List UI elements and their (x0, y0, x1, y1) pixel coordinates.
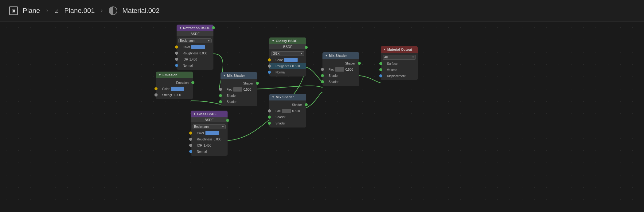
emission-out-socket[interactable] (191, 81, 194, 84)
node-emission-body: Emission Color Strengt 1.000 (156, 78, 193, 99)
displacement-socket[interactable] (379, 74, 382, 77)
node-refraction-bsdf-header: ▼ Refraction BSDF (177, 25, 213, 31)
node-row-ior: IOR 1.450 (177, 56, 213, 62)
shader2-socket[interactable] (321, 80, 324, 83)
collapse-icon[interactable]: ▼ (179, 26, 182, 29)
node-row-shader2: Shader (322, 79, 359, 85)
color-socket[interactable] (154, 87, 158, 90)
node-row-strength: Strengt 1.000 (156, 92, 193, 98)
material-name[interactable]: Material.002 (122, 7, 159, 15)
color-bar[interactable] (205, 131, 219, 135)
fac-bar[interactable] (335, 67, 344, 72)
node-mix-shader-3[interactable]: ▼ Mix Shader Shader Fac 0.500 Shader Sha… (269, 94, 306, 128)
shader-output-row: Shader (322, 60, 359, 66)
node-row-shader2: Shader (269, 120, 306, 126)
node-glossy-bsdf-header: ▼ Glossy BSDF (269, 37, 306, 44)
roughness-socket[interactable] (189, 138, 192, 141)
fac-socket[interactable] (268, 109, 271, 112)
shader1-socket[interactable] (219, 94, 222, 97)
node-emission-header: ▼ Emission (156, 72, 193, 78)
node-glossy-bsdf[interactable]: ▼ Glossy BSDF BSDF GGX ▼ Color Roughness… (269, 37, 306, 77)
node-glass-bsdf-header: ▼ Glass BSDF (191, 111, 228, 117)
ior-socket[interactable] (175, 58, 178, 61)
material-output-dropdown[interactable]: All ▼ (383, 55, 416, 60)
node-refraction-bsdf-title: Refraction BSDF (183, 26, 210, 30)
surface-socket[interactable] (379, 62, 382, 65)
strength-socket[interactable] (154, 93, 158, 96)
object-name[interactable]: Plane (23, 7, 40, 15)
shader2-socket[interactable] (219, 100, 222, 103)
node-emission[interactable]: ▼ Emission Emission Color Strengt 1.000 (156, 72, 193, 99)
shader-output-row: Shader (269, 102, 306, 108)
normal-socket[interactable] (189, 150, 192, 153)
collapse-icon[interactable]: ▼ (158, 73, 161, 77)
node-mix-shader-1[interactable]: ▼ Mix Shader Shader Fac 0.500 Shader Sha… (221, 72, 257, 106)
refraction-distribution-dropdown[interactable]: Beckmann ▼ (178, 38, 212, 43)
node-glass-bsdf-title: Glass BSDF (197, 112, 217, 116)
node-glass-bsdf[interactable]: ▼ Glass BSDF BSDF Beckmann ▼ Color Rough… (191, 111, 228, 156)
node-editor-canvas[interactable]: ▼ Refraction BSDF BSDF Beckmann ▼ Color … (0, 22, 644, 212)
node-row-shader2: Shader (221, 99, 257, 105)
color-socket[interactable] (175, 45, 178, 49)
collapse-icon[interactable]: ▼ (272, 39, 275, 42)
node-row-surface: Surface (381, 61, 418, 67)
node-mix-shader-1-header: ▼ Mix Shader (221, 72, 257, 79)
roughness-socket[interactable] (175, 52, 178, 55)
node-mix-shader-1-title: Mix Shader (227, 74, 245, 77)
collapse-icon[interactable]: ▼ (272, 96, 275, 99)
node-material-output-body: All ▼ Surface Volume Displacement (381, 53, 418, 80)
fac-socket[interactable] (219, 88, 222, 91)
color-bar[interactable] (171, 87, 184, 91)
node-glass-bsdf-body: Beckmann ▼ Color Roughness 0.000 IOR 1.4… (191, 122, 228, 156)
node-row-roughness: Roughness 0.000 (191, 136, 228, 142)
node-material-output-title: Material Output (387, 48, 412, 51)
node-material-output-header: ▼ Material Output (381, 46, 418, 53)
node-row-roughness: Roughness 0.000 (177, 50, 213, 56)
node-refraction-bsdf[interactable]: ▼ Refraction BSDF BSDF Beckmann ▼ Color … (177, 25, 213, 70)
collapse-icon[interactable]: ▼ (325, 54, 328, 57)
node-mix-shader-3-header: ▼ Mix Shader (269, 94, 306, 100)
node-row-normal: Normal (269, 69, 306, 75)
fac-bar[interactable] (233, 87, 242, 92)
shader2-socket[interactable] (268, 122, 271, 125)
object-icon[interactable]: ▣ (9, 6, 18, 15)
collapse-icon[interactable]: ▼ (223, 74, 226, 77)
node-row-normal: Normal (177, 62, 213, 69)
node-row-fac: Fac 0.500 (269, 108, 306, 114)
node-mix-shader-3-body: Shader Fac 0.500 Shader Shader (269, 100, 306, 128)
shader1-socket[interactable] (321, 74, 324, 77)
ior-socket[interactable] (189, 144, 192, 147)
breadcrumb-sep-2: › (101, 7, 103, 14)
node-row-color: Color (191, 130, 228, 136)
volume-socket[interactable] (379, 68, 382, 71)
color-bar[interactable] (284, 58, 298, 62)
normal-socket[interactable] (268, 71, 271, 74)
normal-socket[interactable] (175, 64, 178, 67)
shader1-socket[interactable] (268, 116, 271, 119)
node-mix-shader-2[interactable]: ▼ Mix Shader Shader Fac 0.500 Shader Sha… (322, 52, 359, 86)
material-icon (109, 6, 117, 15)
fac-socket[interactable] (321, 68, 324, 71)
node-row-shader1: Shader (221, 92, 257, 99)
color-socket[interactable] (268, 58, 271, 61)
mesh-name[interactable]: Plane.001 (64, 7, 95, 15)
collapse-icon[interactable]: ▼ (193, 112, 196, 116)
node-row-volume: Volume (381, 67, 418, 73)
shader-out-socket[interactable] (305, 103, 308, 106)
shader-output-row: Shader (221, 80, 257, 86)
color-bar[interactable] (191, 45, 205, 49)
color-socket[interactable] (189, 132, 192, 135)
glossy-distribution-dropdown[interactable]: GGX ▼ (271, 51, 304, 56)
node-row-color: Color (177, 44, 213, 50)
node-row-roughness: Roughness 0.500 (269, 63, 306, 69)
glass-distribution-dropdown[interactable]: Beckmann ▼ (193, 124, 226, 129)
node-emission-title: Emission (162, 73, 178, 77)
node-mix-shader-3-title: Mix Shader (276, 95, 294, 99)
node-wires (0, 22, 644, 212)
node-material-output[interactable]: ▼ Material Output All ▼ Surface Volume D… (381, 46, 418, 80)
shader-out-socket[interactable] (256, 82, 259, 85)
collapse-icon[interactable]: ▼ (383, 48, 386, 51)
fac-bar[interactable] (282, 109, 291, 113)
roughness-socket[interactable] (268, 65, 271, 68)
shader-out-socket[interactable] (358, 62, 361, 65)
